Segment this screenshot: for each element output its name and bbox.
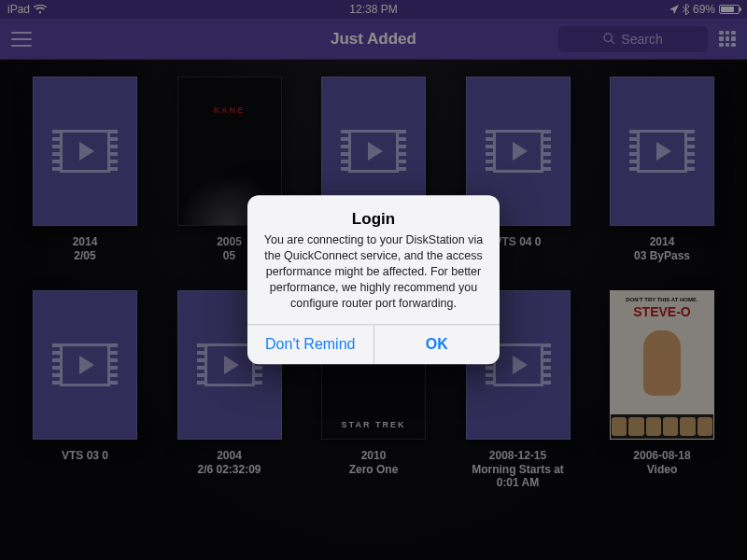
login-alert: Login You are connecting to your DiskSta… bbox=[247, 195, 500, 364]
alert-message: You are connecting to your DiskStation v… bbox=[261, 232, 486, 311]
ok-button[interactable]: OK bbox=[374, 326, 500, 365]
alert-title: Login bbox=[261, 210, 486, 229]
dont-remind-button[interactable]: Don't Remind bbox=[247, 326, 374, 365]
